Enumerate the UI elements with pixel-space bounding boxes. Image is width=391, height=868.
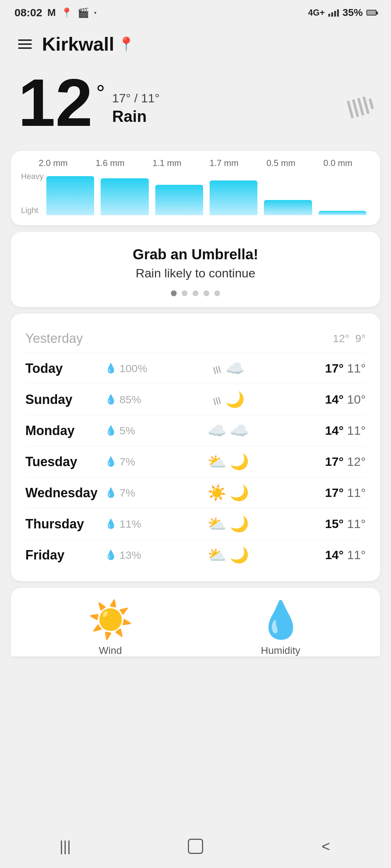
status-right: 4G+ 35% [308,7,377,18]
bar-4 [264,172,312,215]
today-temps: 17° 11° [304,361,366,375]
rain-amount-0: 2.0 mm [25,158,81,168]
dot-3 [203,290,209,296]
wednesday-icons: ☀️ 🌙 [152,484,304,502]
today-icon1 [212,360,222,377]
battery-icon [366,10,377,16]
mail-icon: M [47,7,56,18]
battery-percent: 35% [342,7,363,18]
temp-section: 12 ° 17° / 11° Rain [0,62,391,147]
today-precip: 💧 100% [105,362,152,375]
humidity-label: Humidity [261,645,300,656]
thursday-precip: 💧 11% [105,518,152,530]
today-row: Today 💧 100% ☁️ 17° 11° [25,353,366,384]
rain-amounts: 2.0 mm 1.6 mm 1.1 mm 1.7 mm 0.5 mm 0.0 m… [21,158,370,168]
wednesday-row: Wednesday 💧 7% ☀️ 🌙 17° 11° [25,477,366,509]
back-icon: < [321,838,330,855]
dot-icon: • [94,9,96,17]
dot-0 [171,290,177,296]
weather-icon-large [349,98,373,116]
yesterday-temps: 12° 9° [333,332,366,345]
bar-2 [155,172,203,215]
wind-item: ☀️ Wind [88,599,133,656]
today-icon2: ☁️ [226,359,244,377]
signal-bars [328,9,339,17]
degree-symbol: ° [96,80,105,105]
wednesday-temps: 17° 11° [304,486,366,500]
today-label: Today [25,361,105,376]
status-bar: 08:02 M 📍 🎬 • 4G+ 35% [0,0,391,22]
rain-amount-5: 0.0 mm [310,158,366,168]
high-low-temp: 17° / 11° [112,91,160,105]
yesterday-label: Yesterday [25,331,105,346]
rain-chart-card: 2.0 mm 1.6 mm 1.1 mm 1.7 mm 0.5 mm 0.0 m… [11,151,380,225]
nav-back-button[interactable]: < [308,834,344,859]
tuesday-precip: 💧 7% [105,456,152,468]
sunday-icon1 [212,391,222,408]
tuesday-label: Tuesday [25,454,105,469]
friday-row: Friday 💧 13% ⛅ 🌙 14° 11° [25,540,366,570]
nav-home-button[interactable] [177,834,214,859]
friday-precip: 💧 13% [105,549,152,561]
friday-label: Friday [25,548,105,563]
friday-temps: 14° 11° [304,548,366,562]
sunday-icon2: 🌙 [226,391,244,408]
time: 08:02 [14,7,42,19]
wednesday-precip: 💧 7% [105,487,152,499]
bar-5 [319,172,366,215]
friday-icon1: ⛅ [207,546,226,564]
humidity-item: 💧 Humidity [258,599,303,656]
monday-icon1: ☁️ [207,422,226,439]
header: Kirkwall 📍 [0,22,391,62]
rain-amount-4: 0.5 mm [252,158,309,168]
umbrella-card: Grab an Umbrella! Rain likely to continu… [11,232,380,307]
tuesday-icon2: 🌙 [230,453,249,471]
monday-precip: 💧 5% [105,425,152,437]
rain-amount-3: 1.7 mm [196,158,252,168]
monday-icons: ☁️ ☁️ [152,422,304,439]
recents-icon: ||| [59,838,71,855]
today-icons: ☁️ [152,359,304,377]
sunday-icons: 🌙 [152,391,304,408]
heavy-label: Heavy [21,172,43,181]
monday-icon2: ☁️ [230,422,249,439]
thursday-icon1: ⛅ [207,515,226,533]
wednesday-icon1: ☀️ [207,484,226,502]
wind-label: Wind [99,645,122,656]
sunday-precip: 💧 85% [105,393,152,406]
bar-3 [210,172,257,215]
forecast-card: Yesterday 12° 9° Today 💧 100% ☁️ 17° 11°… [11,314,380,581]
light-label: Light [21,206,43,215]
thursday-label: Thursday [25,516,105,532]
home-icon [188,839,203,854]
sunday-row: Sunday 💧 85% 🌙 14° 10° [25,384,366,415]
camera-icon: 🎬 [77,7,89,18]
thursday-temps: 15° 11° [304,517,366,531]
tuesday-icon1: ⛅ [207,453,226,471]
wednesday-label: Wednesday [25,485,105,501]
status-left: 08:02 M 📍 🎬 • [14,7,96,19]
tuesday-temps: 17° 12° [304,455,366,469]
temp-left: 12 ° 17° / 11° Rain [18,69,160,136]
page-dots [22,290,369,296]
city-name: Kirkwall 📍 [42,33,135,55]
friday-icon2: 🌙 [230,546,249,564]
tuesday-row: Tuesday 💧 7% ⛅ 🌙 17° 12° [25,446,366,477]
location-icon: 📍 [61,7,72,18]
umbrella-subtitle: Rain likely to continue [22,266,369,280]
bottom-extras: ☀️ Wind 💧 Humidity [11,588,380,656]
thursday-icons: ⛅ 🌙 [152,515,304,533]
dot-2 [193,290,198,296]
network-label: 4G+ [308,8,325,18]
sun-icon: ☀️ [88,599,133,641]
sunday-temps: 14° 10° [304,392,366,407]
tuesday-icons: ⛅ 🌙 [152,453,304,471]
temp-details: 17° / 11° Rain [112,91,160,125]
drop-icon: 💧 [105,363,117,374]
monday-temps: 14° 11° [304,424,366,438]
nav-recents-button[interactable]: ||| [47,834,83,859]
menu-button[interactable] [18,39,32,49]
bars-container [46,172,366,215]
yesterday-row: Yesterday 12° 9° [25,324,366,353]
humidity-icon: 💧 [258,599,303,641]
